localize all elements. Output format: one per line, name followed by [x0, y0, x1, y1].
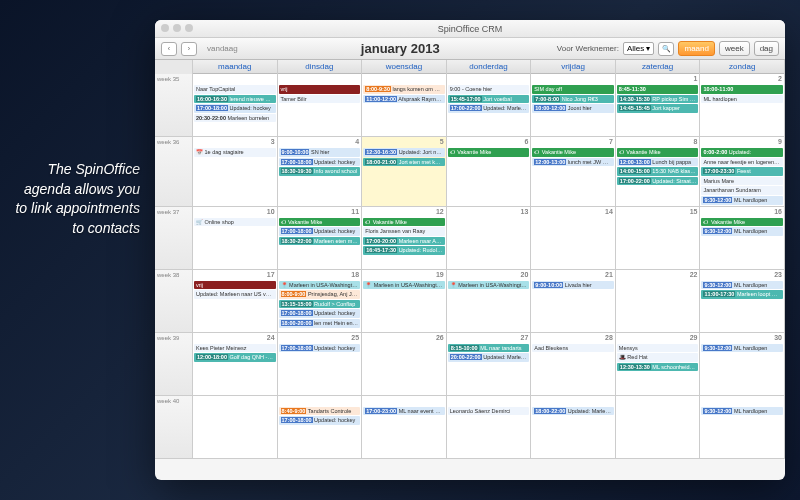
calendar-event[interactable]: 16:45-17:30 Updated: Rudolf met Anne naa… [363, 246, 445, 255]
calendar-event[interactable]: 🏷 Vakantie Mike [532, 148, 614, 157]
day-cell[interactable]: 26 [362, 333, 447, 395]
calendar-event[interactable]: 9:00-10:00 SN hier [279, 148, 361, 157]
calendar-event[interactable]: Naar TopCapital [194, 85, 276, 94]
day-cell[interactable]: 10🛒 Online shop [193, 207, 278, 269]
day-cell[interactable]: 49:00-10:00 SN hier17:00-18:00 Updated: … [278, 137, 363, 206]
calendar-event[interactable]: 14:45-15:45 Jort kapper [617, 104, 699, 113]
calendar-event[interactable]: 🏷 Vakantie Mike [279, 218, 361, 227]
day-cell[interactable]: 9:30-12:00 ML hardlopen [700, 396, 785, 458]
day-cell[interactable]: vrijTamer Bilir [278, 74, 363, 136]
calendar-event[interactable]: 18:00-21:00 Jort eten met kantoor/ Tania… [363, 158, 445, 167]
calendar-event[interactable]: 18:00-20:00 len met Hein en Angelet [279, 319, 361, 328]
day-cell[interactable]: 309:30-12:00 ML hardlopen [700, 333, 785, 395]
calendar-event[interactable]: 17:00-23:00 ML naar event van EY en AEGO… [363, 407, 445, 416]
nav-forward-button[interactable]: › [181, 42, 197, 56]
calendar-event[interactable]: 17:00-20:00 Marleen naar AEGON Leeuwarde… [363, 237, 445, 246]
calendar-event[interactable]: 7:00-8:00 Nico Jong R€3 [532, 95, 614, 104]
calendar-event[interactable]: 13:15-15:00 Rudolf > Conflap [279, 300, 361, 309]
search-icon[interactable]: 🔍 [658, 42, 674, 56]
day-cell[interactable]: 28Aad Bleukens [531, 333, 616, 395]
calendar-event[interactable]: 9:30-12:00 ML hardlopen [701, 196, 783, 205]
calendar-event[interactable]: 📍 Marleen in USA-Washington [363, 281, 445, 290]
calendar-event[interactable]: vrij [194, 281, 276, 290]
day-cell[interactable]: 3📅 1e dag stagiaire [193, 137, 278, 206]
day-cell[interactable]: 18:45-11:30 14:30-15:30 RP pickup Sim @ … [616, 74, 701, 136]
traffic-lights[interactable] [161, 24, 193, 32]
today-button[interactable]: vandaag [201, 42, 244, 55]
calendar-event[interactable]: 12:00-13:00 lunch met JW Rempt [532, 158, 614, 167]
day-cell[interactable]: Naar TopCapital16:00-16:30 lerend nieuwe… [193, 74, 278, 136]
calendar-event[interactable]: 🛒 Online shop [194, 218, 276, 227]
calendar-event[interactable]: 8:45-11:30 [617, 85, 699, 94]
day-cell[interactable]: 15 [616, 207, 701, 269]
calendar-event[interactable]: 17:00-18:00 Updated: hockey [279, 227, 361, 236]
day-cell[interactable]: 24Kees Pieter Meinesz12:00-18:00 Golf da… [193, 333, 278, 395]
calendar-event[interactable]: 17:00-18:00 Updated: hockey [194, 104, 276, 113]
day-cell[interactable]: 11🏷 Vakantie Mike17:00-18:00 Updated: ho… [278, 207, 363, 269]
calendar-event[interactable]: 18:00-22:00 Updated: Marleen eten met Pa… [532, 407, 614, 416]
view-day-button[interactable]: dag [754, 41, 779, 56]
calendar-event[interactable]: Tamer Bilir [279, 95, 361, 104]
calendar-event[interactable]: 18:30-22:00 Marleen eten met Henny [279, 237, 361, 246]
day-cell[interactable]: 18📍 Marleen in USA-Washington8:00-9:00 P… [278, 270, 363, 332]
nav-back-button[interactable]: ‹ [161, 42, 177, 56]
calendar-event[interactable]: 🏷 Vakantie Mike [617, 148, 699, 157]
day-cell[interactable]: 20📍 Marleen in USA-Washington [447, 270, 532, 332]
day-cell[interactable]: 8🏷 Vakantie Mike12:00-13:00 Lunch bij pa… [616, 137, 701, 206]
calendar-event[interactable]: 20:30-22:00 Marleen borrelen [194, 114, 276, 123]
day-cell[interactable]: 219:00-10:00 Livada hier [531, 270, 616, 332]
day-cell[interactable]: 12🏷 Vakantie MikeFloris Janssen van Raay… [362, 207, 447, 269]
employee-select[interactable]: Alles ▾ [623, 42, 655, 55]
day-cell[interactable]: 22 [616, 270, 701, 332]
calendar-event[interactable]: 🏷 Vakantie Mike [448, 148, 530, 157]
calendar-event[interactable]: Floris Janssen van Raay [363, 227, 445, 236]
calendar-body[interactable]: week 35Naar TopCapital16:00-16:30 lerend… [155, 74, 785, 480]
calendar-event[interactable]: Aad Bleukens [532, 344, 614, 353]
calendar-event[interactable]: 9:30-12:00 ML hardlopen [701, 281, 783, 290]
calendar-event[interactable]: 17:00-18:00 Updated: hockey [279, 416, 361, 425]
day-cell[interactable]: 7🏷 Vakantie Mike12:00-13:00 lunch met JW… [531, 137, 616, 206]
calendar-event[interactable]: 14:30-15:30 RP pickup Sim @ CS [617, 95, 699, 104]
day-cell[interactable]: 29Mensys🎩 Red Hat12:30-13:30 ML schoonhe… [616, 333, 701, 395]
day-cell[interactable]: 14 [531, 207, 616, 269]
calendar-event[interactable]: 14:00-15:00 15:30 NAB klasse borrel Culp… [617, 167, 699, 176]
calendar-event[interactable]: 11:00-17:30 Marleen loopt Dam tot Dam lo… [701, 290, 783, 299]
day-cell[interactable]: 90:00-2:00 Updated:Anne naar feestje en … [700, 137, 785, 206]
calendar-event[interactable]: 8:00-9:00 Prinsjesdag, Anj J vrij van sc… [279, 290, 361, 299]
calendar-event[interactable]: 15:45-17:00 Jort voetbal [448, 95, 530, 104]
day-cell[interactable] [193, 396, 278, 458]
calendar-event[interactable]: vrij [279, 85, 361, 94]
calendar-event[interactable]: 0:00-2:00 Updated: [701, 148, 783, 157]
calendar-event[interactable]: SIM day off [532, 85, 614, 94]
day-cell[interactable]: 210:00-11:00 ML hardlopen [700, 74, 785, 136]
view-week-button[interactable]: week [719, 41, 750, 56]
calendar-event[interactable]: 12:00-18:00 Golf dag QNH - Marcel Jansse… [194, 353, 276, 362]
calendar-event[interactable]: 📍 Marleen in USA-Washington [448, 281, 530, 290]
day-cell[interactable]: 8:40-9:00 Tandarts Controle17:00-18:00 U… [278, 396, 363, 458]
calendar-event[interactable]: 8:15-10:00 ML naar tandarts [448, 344, 530, 353]
calendar-event[interactable]: 17:00-18:00 Updated: hockey [279, 344, 361, 353]
day-cell[interactable]: 18:00-22:00 Updated: Marleen eten met Pa… [531, 396, 616, 458]
calendar-event[interactable]: 17:00-23:30 Feest [701, 167, 783, 176]
calendar-event[interactable]: 📅 1e dag stagiaire [194, 148, 276, 157]
calendar-event[interactable]: 16:00-16:30 lerend nieuwe omgeving [194, 95, 276, 104]
day-cell[interactable]: SIM day off7:00-8:00 Nico Jong R€310:00-… [531, 74, 616, 136]
calendar-event[interactable]: 8:40-9:00 Tandarts Controle [279, 407, 361, 416]
day-cell[interactable]: 512:30-16:30 Updated: Jort naar verjaard… [362, 137, 447, 206]
calendar-event[interactable]: 17:00-22:00 Updated: Marleen naar afsche… [448, 104, 530, 113]
day-cell[interactable]: 278:15-10:00 ML naar tandarts20:00-22:00… [447, 333, 532, 395]
calendar-event[interactable]: ML hardlopen [701, 95, 783, 104]
calendar-event[interactable]: 9:00 - Coene hier [448, 85, 530, 94]
day-cell[interactable] [616, 396, 701, 458]
calendar-event[interactable]: 🏷 Vakantie Mike [701, 218, 783, 227]
calendar-event[interactable]: 10:00-12:00 Joost hier [532, 104, 614, 113]
day-cell[interactable]: 239:30-12:00 ML hardlopen11:00-17:30 Mar… [700, 270, 785, 332]
calendar-event[interactable]: 🎩 Red Hat [617, 353, 699, 362]
calendar-event[interactable]: 9:30-12:00 ML hardlopen [701, 407, 783, 416]
calendar-event[interactable]: 12:30-16:30 Updated: Jort naar verjaarda… [363, 148, 445, 157]
calendar-event[interactable]: Kees Pieter Meinesz [194, 344, 276, 353]
day-cell[interactable]: Leonardo Sáenz Demirci [447, 396, 532, 458]
calendar-event[interactable]: 17:00-18:00 Updated: hockey [279, 158, 361, 167]
calendar-event[interactable]: Updated: Marleen naar US voor AEGON [194, 290, 276, 299]
calendar-event[interactable]: 12:30-13:30 ML schoonheidsspec [617, 363, 699, 372]
